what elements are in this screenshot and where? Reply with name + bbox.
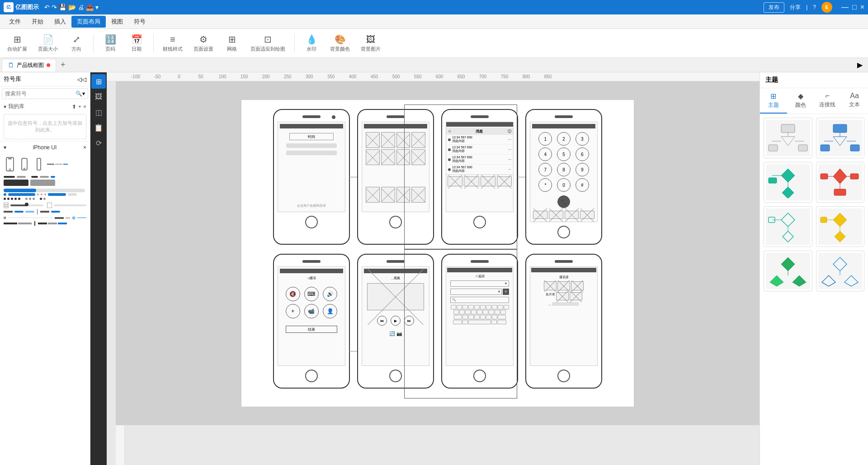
panel-collapse-button[interactable]: ◁◁ (77, 76, 86, 83)
tab-product-wireframe[interactable]: 🗒 产品线框图 (2, 59, 56, 71)
dial-8[interactable]: 8 (557, 163, 571, 176)
sym-line-3[interactable] (63, 164, 68, 165)
theme-card-7[interactable] (764, 251, 812, 291)
block-gray[interactable] (30, 180, 55, 186)
theme-card-1[interactable] (764, 118, 812, 158)
phone-home-button-2[interactable] (389, 216, 402, 228)
user-avatar[interactable]: E (821, 2, 832, 13)
set-icon-2[interactable] (557, 281, 570, 290)
bar-4[interactable] (40, 176, 49, 178)
publish-button[interactable]: 发布 (764, 2, 784, 13)
img-9[interactable] (366, 187, 380, 203)
tab-add-button[interactable]: + (57, 60, 69, 70)
share-button[interactable]: 分享 (790, 4, 801, 11)
tab-text[interactable]: Aa 文本 (841, 88, 868, 114)
print-button[interactable]: 🖨 (78, 4, 84, 11)
sidebar-template-icon[interactable]: 📋 (91, 120, 106, 135)
symbol-iphone-outline[interactable] (18, 155, 31, 173)
dial-2[interactable]: 2 (557, 132, 571, 146)
search-input[interactable] (5, 90, 75, 97)
library-add-icon[interactable]: + (78, 104, 81, 110)
canvas-area[interactable]: -100 -50 0 50 100 150 200 250 300 350 40… (107, 72, 760, 465)
save-button[interactable]: 💾 (59, 4, 66, 11)
sym-line-2[interactable] (55, 164, 62, 165)
img-6[interactable] (381, 149, 395, 165)
tab-connector[interactable]: ⌐ 连接线 (814, 88, 841, 114)
set-icon-3[interactable] (571, 281, 584, 290)
bar-1[interactable] (4, 176, 15, 178)
toolbar-bg-color[interactable]: 🎨 背景颜色 (326, 34, 354, 52)
end-call-button[interactable]: 结束 (286, 326, 337, 333)
toolbar-line-style[interactable]: ≡ 财线样式 (159, 34, 186, 52)
library-export-icon[interactable]: ⬆ (72, 104, 76, 110)
phone-home-button-5[interactable] (305, 370, 318, 382)
sidebar-layer-icon[interactable]: ◫ (91, 105, 106, 119)
camera-btn[interactable]: 📷 (396, 331, 402, 336)
progress-bar-1[interactable] (4, 189, 85, 192)
phone-home-button-4[interactable] (557, 226, 570, 238)
dial-star[interactable]: * (538, 178, 552, 192)
theme-card-6[interactable] (816, 206, 865, 247)
toolbar-auto-expand[interactable]: ⊞ 自动扩展 (4, 34, 31, 52)
menu-symbol[interactable]: 符号 (128, 16, 151, 28)
video-btn[interactable]: 📹 (304, 304, 319, 318)
tab-4[interactable] (580, 211, 594, 219)
dial-5[interactable]: 5 (557, 147, 571, 161)
mute-btn[interactable]: 🔇 (286, 287, 300, 301)
toolbar-page-number[interactable]: 🔢 页码 (99, 34, 122, 52)
tab-3[interactable] (565, 211, 579, 219)
toolbar-bg-image[interactable]: 🖼 背景图片 (357, 34, 384, 52)
play-btn[interactable]: ▶ (391, 316, 401, 326)
theme-card-4[interactable] (816, 162, 865, 203)
bar-3[interactable] (31, 176, 38, 178)
dial-7[interactable]: 7 (538, 163, 552, 176)
contacts-btn[interactable]: 👤 (323, 304, 337, 318)
img-1[interactable] (366, 132, 380, 148)
open-button[interactable]: 📂 (68, 4, 76, 11)
keypad-btn[interactable]: ⌨ (304, 287, 319, 301)
call-button[interactable]: 📞 (557, 195, 570, 208)
toolbar-direction[interactable]: ⤢ 方向 (65, 34, 88, 52)
set-icon-5[interactable] (570, 292, 582, 300)
symbol-iphone-full[interactable] (4, 155, 16, 173)
sidebar-image-icon[interactable]: 🖼 (91, 90, 106, 104)
img-2[interactable] (381, 132, 395, 148)
block-dark[interactable] (4, 180, 28, 186)
toolbar-page-size[interactable]: 📄 页面大小 (34, 34, 61, 52)
menu-view[interactable]: 视图 (106, 16, 128, 28)
more-button[interactable]: ▾ (95, 4, 99, 11)
minimize-button[interactable]: — (841, 3, 849, 11)
toolbar-fit-to-diagram[interactable]: ⊡ 页面适应到绘图 (247, 34, 289, 52)
dial-hash[interactable]: # (576, 178, 589, 192)
toolbar-watermark[interactable]: 💧 水印 (300, 34, 323, 52)
sym-line-1[interactable] (47, 164, 54, 165)
tab-theme[interactable]: ⊞ 主题 (760, 88, 787, 114)
help-button[interactable]: ? (813, 4, 816, 10)
bar-5[interactable] (51, 176, 55, 178)
toolbar-page-setup[interactable]: ⚙ 页面设置 (190, 34, 217, 52)
sidebar-history-icon[interactable]: ⟳ (91, 136, 106, 150)
iphone-close-icon[interactable]: × (83, 144, 86, 151)
undo-button[interactable]: ↶ (44, 4, 50, 11)
library-close-icon[interactable]: × (83, 104, 86, 110)
menu-file[interactable]: 文件 (4, 16, 26, 28)
tab-right-arrow[interactable]: ▶ (854, 61, 866, 69)
phone-home-button[interactable] (305, 216, 318, 228)
export-button[interactable]: 📤 (86, 4, 94, 11)
prev-btn[interactable]: ⏮ (377, 316, 387, 326)
dial-4[interactable]: 4 (538, 147, 552, 161)
speaker-btn[interactable]: 🔊 (323, 287, 337, 301)
tab-1[interactable] (533, 211, 547, 219)
maximize-button[interactable]: □ (852, 3, 857, 11)
close-button[interactable]: × (860, 3, 864, 11)
theme-card-2[interactable] (816, 118, 865, 158)
theme-card-3[interactable] (764, 162, 812, 203)
redo-button[interactable]: ↷ (52, 4, 57, 11)
dial-6[interactable]: 6 (576, 147, 589, 161)
tab-color[interactable]: ◆ 颜色 (787, 88, 814, 114)
dial-9[interactable]: 9 (576, 163, 589, 176)
img-10[interactable] (381, 187, 395, 203)
camera-rotate[interactable]: 🔄 (389, 331, 395, 336)
tab-2[interactable] (549, 211, 563, 219)
toolbar-grid[interactable]: ⊞ 网格 (221, 34, 243, 52)
